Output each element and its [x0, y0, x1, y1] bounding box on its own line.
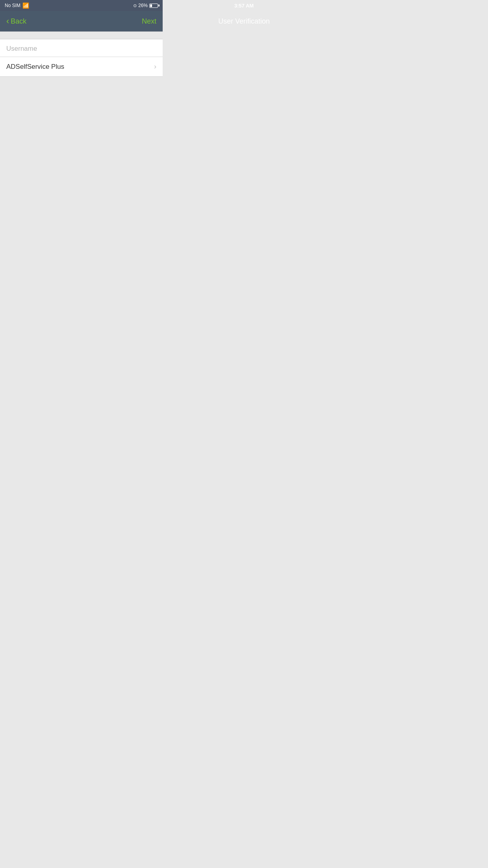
back-label: Back — [11, 17, 26, 26]
status-right: ⊙ 26% — [133, 3, 158, 8]
battery-fill — [150, 4, 152, 7]
chevron-left-icon: ‹ — [6, 17, 9, 26]
background-area — [0, 77, 163, 287]
chevron-right-icon: › — [154, 63, 156, 71]
no-sim-label: No SIM — [5, 3, 20, 8]
wifi-icon: 📶 — [22, 2, 29, 9]
adself-service-item[interactable]: ADSelfService Plus › — [0, 57, 163, 77]
next-button[interactable]: Next — [142, 17, 156, 26]
username-input[interactable] — [6, 45, 156, 53]
username-field-container — [0, 39, 163, 57]
back-button[interactable]: ‹ Back — [6, 17, 26, 26]
lock-icon: ⊙ — [133, 3, 137, 8]
battery-icon — [149, 4, 158, 8]
battery-percent: 26% — [138, 3, 148, 8]
status-left: No SIM 📶 — [5, 2, 29, 9]
nav-separator — [0, 31, 163, 39]
adself-service-label: ADSelfService Plus — [6, 63, 64, 71]
battery-indicator — [149, 4, 158, 8]
navigation-bar: ‹ Back User Verification Next — [0, 11, 163, 31]
status-bar: No SIM 📶 3:57 AM ⊙ 26% — [0, 0, 163, 11]
content-area: ADSelfService Plus › — [0, 39, 163, 77]
